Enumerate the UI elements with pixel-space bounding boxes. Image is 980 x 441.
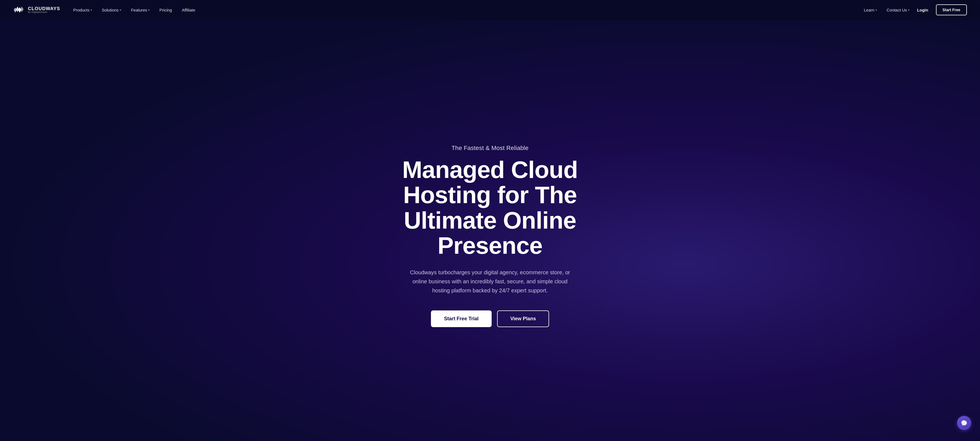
- navbar: CLOUDWAYS by DigitalOcean Products ▾ Sol…: [0, 0, 980, 20]
- cloudways-logo-icon: [13, 5, 25, 15]
- hero-title: Managed Cloud Hosting for The Ultimate O…: [367, 157, 613, 259]
- nav-item-affiliate: Affiliate: [182, 8, 195, 12]
- nav-link-pricing[interactable]: Pricing: [159, 8, 172, 12]
- nav-item-pricing: Pricing: [159, 8, 172, 12]
- nav-item-contact: Contact Us ▾: [887, 8, 910, 12]
- logo-text: CLOUDWAYS by DigitalOcean: [28, 6, 60, 13]
- logo-sub: by DigitalOcean: [28, 11, 60, 13]
- navbar-left: CLOUDWAYS by DigitalOcean Products ▾ Sol…: [13, 5, 195, 15]
- logo-brand: CLOUDWAYS: [28, 6, 60, 11]
- nav-item-features: Features ▾: [131, 8, 150, 12]
- nav-item-solutions: Solutions ▾: [102, 8, 121, 12]
- nav-link-solutions[interactable]: Solutions ▾: [102, 8, 121, 12]
- navbar-right: Learn ▾ Contact Us ▾ Login Start Free: [864, 5, 967, 15]
- chevron-down-icon: ▾: [148, 8, 150, 11]
- hero-buttons: Start Free Trial View Plans: [431, 310, 549, 327]
- nav-left-links: Products ▾ Solutions ▾ Features ▾: [73, 8, 195, 12]
- hero-subtitle: The Fastest & Most Reliable: [452, 145, 528, 152]
- nav-link-learn[interactable]: Learn ▾: [864, 8, 877, 12]
- chevron-down-icon: ▾: [875, 8, 877, 11]
- logo[interactable]: CLOUDWAYS by DigitalOcean: [13, 5, 60, 15]
- chevron-down-icon: ▾: [908, 8, 910, 11]
- nav-link-affiliate[interactable]: Affiliate: [182, 8, 195, 12]
- view-plans-button[interactable]: View Plans: [497, 310, 549, 327]
- chat-widget[interactable]: [957, 416, 971, 430]
- start-free-trial-button[interactable]: Start Free Trial: [431, 310, 492, 327]
- hero-title-line2: Ultimate Online Presence: [404, 207, 576, 259]
- hero-description: Cloudways turbocharges your digital agen…: [408, 268, 572, 295]
- nav-item-learn: Learn ▾: [864, 8, 877, 12]
- chat-icon: [961, 420, 967, 426]
- nav-link-features[interactable]: Features ▾: [131, 8, 150, 12]
- login-link[interactable]: Login: [917, 8, 928, 12]
- nav-link-products[interactable]: Products ▾: [73, 8, 92, 12]
- hero-title-line1: Managed Cloud Hosting for The: [402, 156, 578, 208]
- chevron-down-icon: ▾: [91, 8, 92, 11]
- chevron-down-icon: ▾: [120, 8, 121, 11]
- start-free-nav-button[interactable]: Start Free: [936, 5, 967, 15]
- hero-section: The Fastest & Most Reliable Managed Clou…: [0, 20, 980, 441]
- nav-item-products: Products ▾: [73, 8, 92, 12]
- nav-link-contact[interactable]: Contact Us ▾: [887, 8, 910, 12]
- nav-right-links: Learn ▾ Contact Us ▾: [864, 8, 910, 12]
